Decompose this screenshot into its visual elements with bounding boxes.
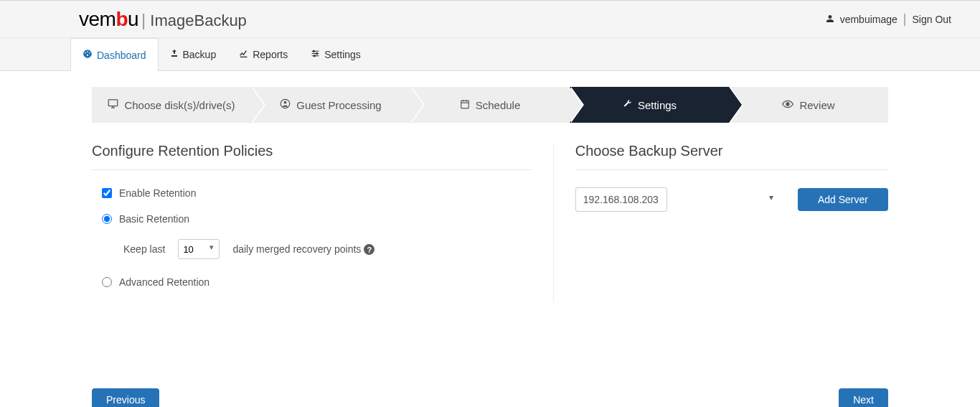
add-server-button[interactable]: Add Server [798, 188, 888, 211]
svg-point-5 [314, 55, 316, 56]
svg-point-18 [786, 103, 789, 106]
panel-title: Configure Retention Policies [92, 143, 532, 170]
advanced-retention-label: Advanced Retention [119, 276, 209, 288]
wizard-label: Review [799, 99, 834, 111]
basic-retention-label: Basic Retention [119, 213, 189, 225]
svg-rect-11 [461, 100, 468, 108]
help-icon[interactable]: ? [364, 244, 374, 255]
svg-point-3 [316, 52, 318, 54]
wizard-step-review[interactable]: Review [729, 87, 888, 123]
previous-button[interactable]: Previous [92, 388, 159, 407]
panel-title: Choose Backup Server [575, 143, 888, 170]
nav-dashboard[interactable]: Dashboard [70, 38, 159, 71]
advanced-retention-radio[interactable] [102, 277, 112, 287]
keep-last-select[interactable]: 10 [178, 239, 220, 259]
eye-icon [782, 98, 793, 112]
nav-label: Backup [183, 49, 217, 60]
nav-label: Settings [324, 49, 361, 60]
calendar-icon [460, 99, 470, 111]
server-panel: Choose Backup Server 192.168.108.203 Add… [554, 143, 888, 302]
next-button[interactable]: Next [839, 388, 888, 407]
wrench-icon [622, 99, 632, 111]
keep-last-suffix: daily merged recovery points [232, 243, 361, 255]
wizard-label: Schedule [476, 99, 521, 111]
wizard-step-settings[interactable]: Settings [570, 87, 729, 123]
enable-retention-label: Enable Retention [119, 187, 196, 199]
wizard-label: Settings [638, 99, 677, 111]
backup-server-select[interactable]: 192.168.108.203 [575, 187, 667, 212]
svg-rect-6 [109, 100, 118, 106]
monitor-icon [108, 98, 118, 111]
wizard-step-schedule[interactable]: Schedule [410, 87, 570, 123]
basic-retention-radio[interactable] [102, 214, 112, 224]
header-bar: vembu | ImageBackup vembuimage | Sign Ou… [0, 1, 980, 38]
wizard-step-choose-disk[interactable]: Choose disk(s)/drive(s) [92, 87, 251, 123]
sign-out-link[interactable]: Sign Out [913, 14, 951, 25]
nav-reports[interactable]: Reports [227, 38, 299, 70]
nav-label: Dashboard [97, 50, 146, 61]
keep-last-label: Keep last [123, 243, 165, 255]
svg-point-10 [284, 101, 287, 104]
sliders-icon [311, 49, 320, 60]
retention-panel: Configure Retention Policies Enable Rete… [92, 143, 554, 302]
wizard-label: Choose disk(s)/drive(s) [124, 99, 235, 111]
wizard-step-guest[interactable]: Guest Processing [251, 87, 410, 123]
wizard-label: Guest Processing [296, 99, 381, 111]
user-area: vembuimage | Sign Out [826, 11, 951, 27]
svg-point-1 [313, 50, 314, 52]
upload-icon [170, 49, 179, 60]
user-circle-icon [280, 98, 291, 111]
nav-backup[interactable]: Backup [159, 38, 228, 70]
nav-settings[interactable]: Settings [299, 38, 372, 70]
user-icon [826, 14, 834, 25]
logo: vembu | ImageBackup [79, 8, 247, 31]
dashboard-icon [83, 49, 93, 61]
product-name: ImageBackup [150, 11, 247, 30]
nav-label: Reports [253, 49, 288, 60]
chart-icon [239, 49, 248, 60]
wizard-steps: Choose disk(s)/drive(s) Guest Processing… [92, 87, 888, 123]
nav-bar: Dashboard Backup Reports Settings [0, 38, 980, 71]
user-name[interactable]: vembuimage [840, 14, 897, 25]
enable-retention-checkbox[interactable] [102, 188, 112, 198]
